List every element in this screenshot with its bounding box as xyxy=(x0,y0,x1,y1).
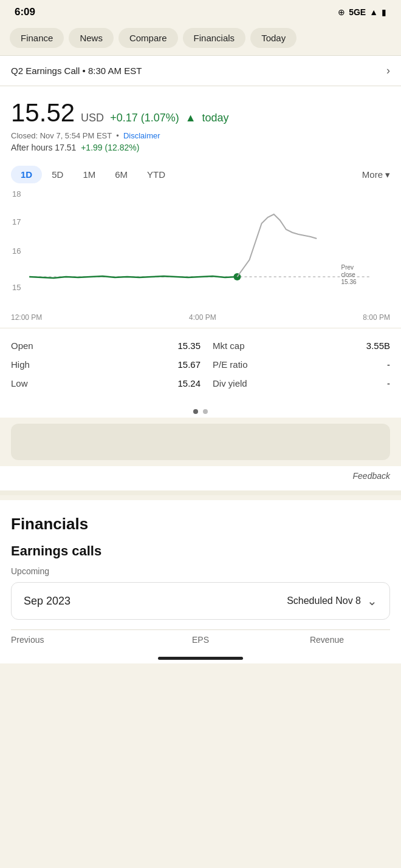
chevron-right-icon: › xyxy=(386,64,390,77)
dot-2 xyxy=(203,409,208,414)
x-label-4pm: 4:00 PM xyxy=(189,313,216,322)
high-label: High xyxy=(11,359,47,370)
table-header: Previous EPS Revenue xyxy=(11,629,390,649)
section-divider xyxy=(0,490,401,495)
financials-section: Financials Earnings calls Upcoming Sep 2… xyxy=(0,500,401,649)
low-value: 15.24 xyxy=(177,378,200,388)
open-value: 15.35 xyxy=(177,341,200,351)
svg-text:16: 16 xyxy=(12,246,21,256)
div-value: - xyxy=(387,378,390,388)
disclaimer-link[interactable]: Disclaimer xyxy=(123,131,160,140)
stat-open: Open 15.35 xyxy=(11,338,200,353)
earnings-calls-title: Earnings calls xyxy=(11,543,390,559)
svg-text:close: close xyxy=(341,271,355,278)
stat-div: Div yield - xyxy=(200,376,390,391)
pagination-dots xyxy=(0,401,401,418)
ad-banner xyxy=(11,424,390,460)
svg-text:15: 15 xyxy=(12,283,21,292)
financials-title: Financials xyxy=(11,515,390,534)
high-value: 15.67 xyxy=(177,359,200,370)
home-indicator xyxy=(0,649,401,663)
price-today-label: today xyxy=(202,112,229,124)
time-btn-ytd[interactable]: YTD xyxy=(137,166,175,183)
earnings-card[interactable]: Sep 2023 Scheduled Nov 8 ⌄ xyxy=(11,582,390,620)
th-previous: Previous xyxy=(11,635,137,645)
x-label-noon: 12:00 PM xyxy=(11,313,42,322)
time-btn-6m[interactable]: 6M xyxy=(105,166,137,183)
svg-text:Prev: Prev xyxy=(341,264,354,271)
stats-section: Open 15.35 High 15.67 Low 15.24 Mkt cap … xyxy=(0,328,401,401)
stat-low: Low 15.24 xyxy=(11,376,200,391)
tab-compare[interactable]: Compare xyxy=(118,28,178,48)
signal-bars-icon: ▲ xyxy=(369,7,378,17)
price-main: 15.52 USD +0.17 (1.07%) ▲ today xyxy=(11,98,390,127)
chart-x-labels: 12:00 PM 4:00 PM 8:00 PM xyxy=(11,311,390,322)
svg-text:18: 18 xyxy=(12,189,21,198)
feedback-row: Feedback xyxy=(0,466,401,490)
low-label: Low xyxy=(11,378,47,388)
price-value: 15.52 xyxy=(11,98,75,127)
nav-tabs: Finance News Compare Financials Today xyxy=(0,23,401,55)
tab-financials[interactable]: Financials xyxy=(183,28,246,48)
th-eps: EPS xyxy=(137,635,264,645)
pe-value: - xyxy=(387,359,390,370)
dot-1 xyxy=(193,409,198,414)
earnings-card-right: Scheduled Nov 8 ⌄ xyxy=(287,594,377,608)
time-btn-1m[interactable]: 1M xyxy=(73,166,105,183)
upcoming-label: Upcoming xyxy=(11,566,390,576)
stat-pe: P/E ratio - xyxy=(200,357,390,372)
svg-text:17: 17 xyxy=(12,217,21,226)
pe-label: P/E ratio xyxy=(213,359,249,370)
earnings-banner-text: Q2 Earnings Call • 8:30 AM EST xyxy=(11,66,142,76)
status-bar: 6:09 ⊕ 5GE ▲ ▮ xyxy=(0,0,401,23)
location-icon: ⊕ xyxy=(338,7,345,17)
price-change: +0.17 (1.07%) xyxy=(110,112,179,124)
div-label: Div yield xyxy=(213,378,249,388)
battery-icon: ▮ xyxy=(382,7,386,17)
signal-type: 5GE xyxy=(349,7,366,17)
after-hours-change: +1.99 (12.82%) xyxy=(81,143,139,152)
price-closed: Closed: Nov 7, 5:54 PM EST • Disclaimer xyxy=(11,131,390,140)
price-section: 15.52 USD +0.17 (1.07%) ▲ today Closed: … xyxy=(0,86,401,158)
stats-left: Open 15.35 High 15.67 Low 15.24 xyxy=(11,338,200,391)
earnings-banner[interactable]: Q2 Earnings Call • 8:30 AM EST › xyxy=(0,55,401,86)
tab-news[interactable]: News xyxy=(69,28,114,48)
tab-today[interactable]: Today xyxy=(250,28,296,48)
x-label-8pm: 8:00 PM xyxy=(363,313,390,322)
th-revenue: Revenue xyxy=(264,635,390,645)
stats-grid: Open 15.35 High 15.67 Low 15.24 Mkt cap … xyxy=(11,338,390,391)
time-btn-5d[interactable]: 5D xyxy=(42,166,73,183)
stock-chart: 18 17 16 15 Prev close 15.36 xyxy=(11,187,390,308)
stats-right: Mkt cap 3.55B P/E ratio - Div yield - xyxy=(200,338,390,391)
status-time: 6:09 xyxy=(15,6,35,18)
chevron-down-icon: ⌄ xyxy=(367,594,377,608)
feedback-link[interactable]: Feedback xyxy=(353,471,390,481)
home-bar xyxy=(158,657,243,660)
price-direction: ▲ xyxy=(185,112,196,124)
earnings-card-scheduled: Scheduled Nov 8 xyxy=(287,595,361,606)
earnings-card-period: Sep 2023 xyxy=(24,595,70,608)
stat-high: High 15.67 xyxy=(11,357,200,372)
time-btn-1d[interactable]: 1D xyxy=(11,166,42,183)
chevron-down-icon: ▾ xyxy=(385,169,390,180)
chart-container: 18 17 16 15 Prev close 15.36 12:00 PM 4:… xyxy=(0,187,401,328)
chart-time-selector: 1D 5D 1M 6M YTD More ▾ xyxy=(0,158,401,187)
mktcap-label: Mkt cap xyxy=(213,341,249,351)
mktcap-value: 3.55B xyxy=(366,341,390,351)
after-hours: After hours 17.51 +1.99 (12.82%) xyxy=(11,143,390,152)
svg-text:15.36: 15.36 xyxy=(341,279,357,285)
status-icons: ⊕ 5GE ▲ ▮ xyxy=(338,7,386,17)
open-label: Open xyxy=(11,341,47,351)
stat-mktcap: Mkt cap 3.55B xyxy=(200,338,390,353)
time-more-button[interactable]: More ▾ xyxy=(362,169,390,180)
tab-finance[interactable]: Finance xyxy=(10,28,64,48)
price-currency: USD xyxy=(81,112,104,124)
